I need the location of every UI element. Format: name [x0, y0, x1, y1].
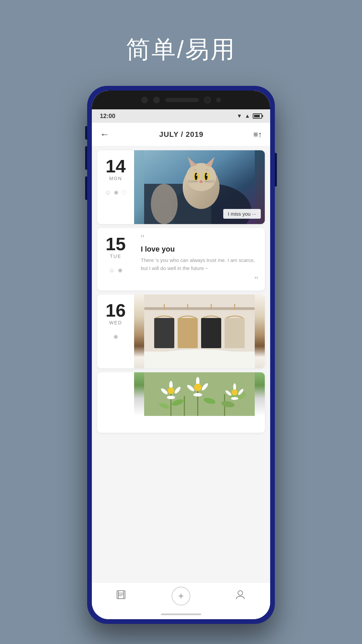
svg-rect-33 — [144, 352, 255, 368]
svg-point-14 — [206, 174, 207, 176]
entry-card-14[interactable]: 14 MON ☺ ✺ ♡ — [97, 150, 265, 224]
entry-card-17[interactable]: 17 — [97, 372, 265, 433]
front-camera-icon — [153, 97, 160, 103]
phone-notch — [92, 91, 270, 109]
entry-content-17 — [134, 372, 265, 433]
proximity-sensor-icon — [216, 98, 221, 102]
wifi-icon: ▼ — [237, 113, 242, 119]
date-day-16: WED — [109, 320, 122, 325]
smile-icon-15: ☺ — [109, 267, 115, 274]
add-nav-item[interactable]: + — [171, 586, 191, 606]
phone-screen: 12:00 ▼ ▲ ← JULY / 2019 ≡↑ — [92, 91, 270, 619]
sun-icon-15: ✺ — [118, 267, 123, 274]
quote-open-mark: " — [141, 233, 258, 244]
back-button[interactable]: ← — [100, 129, 109, 140]
status-icons: ▼ ▲ — [237, 113, 262, 119]
svg-rect-28 — [178, 318, 198, 348]
svg-point-11 — [195, 173, 197, 180]
date-day-15: TUE — [110, 254, 121, 259]
entry-date-15: 15 TUE ☺ ✺ — [97, 228, 134, 290]
phone-frame: 12:00 ▼ ▲ ← JULY / 2019 ≡↑ — [87, 86, 275, 624]
clothes-photo — [134, 294, 265, 368]
status-bar: 12:00 ▼ ▲ — [92, 109, 270, 123]
home-bar — [161, 613, 201, 615]
svg-point-46 — [167, 396, 175, 399]
signal-icon: ▲ — [245, 113, 250, 119]
mood-icons-15: ☺ ✺ — [109, 267, 122, 274]
selfie-camera-icon — [204, 97, 211, 103]
flowers-photo — [134, 372, 265, 416]
mood-icons-14: ☺ ✺ ♡ — [105, 189, 126, 197]
svg-point-13 — [196, 174, 197, 176]
svg-point-71 — [231, 397, 238, 400]
entry-content-16 — [134, 294, 265, 368]
sun-icon: ✺ — [114, 189, 119, 197]
entries-list: 14 MON ☺ ✺ ♡ — [92, 146, 270, 437]
date-number-14: 14 — [106, 157, 126, 175]
svg-rect-24 — [144, 307, 255, 310]
phone-mockup: 12:00 ▼ ▲ ← JULY / 2019 ≡↑ — [87, 86, 275, 624]
cat-photo: I miss you ··· — [134, 150, 265, 224]
svg-rect-32 — [225, 318, 245, 348]
entries-container: 14 MON ☺ ✺ ♡ — [92, 146, 270, 582]
photo-caption-14: I miss you ··· — [223, 209, 261, 219]
svg-point-4 — [186, 163, 216, 191]
mood-icons-16: ✺ — [113, 333, 118, 341]
journal-icon — [116, 590, 127, 602]
quote-close-mark: " — [141, 275, 258, 285]
svg-point-58 — [194, 384, 201, 391]
svg-point-22 — [151, 184, 178, 224]
bottom-navigation: + — [92, 582, 270, 609]
heart-icon: ♡ — [121, 189, 127, 197]
entry-content-15: " I love you There 's you who can always… — [134, 228, 265, 290]
date-number-16: 16 — [106, 301, 126, 319]
entry-date-14: 14 MON ☺ ✺ ♡ — [97, 150, 134, 224]
svg-point-56 — [193, 393, 202, 396]
home-indicator — [92, 609, 270, 619]
quote-title-15: I love you — [141, 245, 258, 254]
entry-date-16: 16 WED ✺ — [97, 294, 134, 368]
svg-point-73 — [232, 389, 238, 395]
date-day-14: MON — [109, 176, 122, 181]
power-button — [275, 153, 277, 186]
page-title-text: 简单/易用 — [126, 34, 236, 66]
journal-nav-item[interactable] — [112, 586, 132, 606]
svg-rect-30 — [201, 318, 221, 348]
smile-icon: ☺ — [105, 189, 111, 197]
quote-content-15: " I love you There 's you who can always… — [134, 228, 265, 290]
entry-card-15[interactable]: 15 TUE ☺ ✺ " I love you There 's yo — [97, 228, 265, 290]
sort-button[interactable]: ≡↑ — [253, 130, 262, 139]
entry-card-16[interactable]: 16 WED ✺ — [97, 294, 265, 368]
plus-icon: + — [178, 591, 184, 601]
front-sensor-icon — [141, 97, 148, 103]
profile-nav-item[interactable] — [230, 586, 250, 606]
app-header: ← JULY / 2019 ≡↑ — [92, 123, 270, 146]
profile-icon — [235, 590, 245, 602]
earpiece-icon — [165, 98, 199, 102]
add-button[interactable]: + — [172, 587, 190, 605]
svg-rect-26 — [154, 318, 174, 348]
battery-icon — [253, 113, 262, 119]
svg-point-79 — [238, 591, 243, 595]
header-title: JULY / 2019 — [159, 130, 203, 139]
svg-point-48 — [168, 387, 174, 394]
entry-content-14: I miss you ··· — [134, 150, 265, 224]
sun-icon-16: ✺ — [113, 333, 118, 341]
svg-point-12 — [205, 173, 207, 180]
quote-text-15: There 's you who can always trust me. I … — [141, 256, 258, 272]
date-number-15: 15 — [106, 235, 126, 253]
status-time: 12:00 — [100, 113, 115, 120]
